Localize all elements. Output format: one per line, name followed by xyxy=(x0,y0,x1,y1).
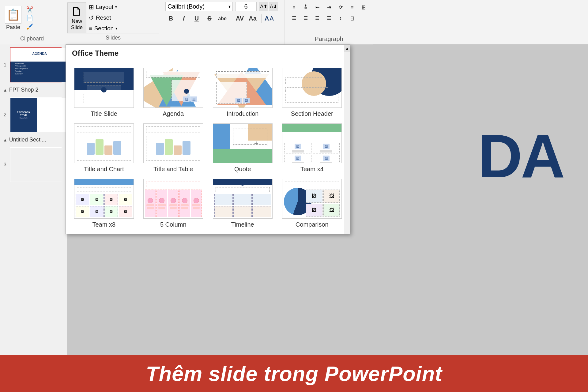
layout-name-0: Title Slide xyxy=(91,110,117,117)
decrease-font-button[interactable]: A⬇ xyxy=(269,2,278,11)
slide-thumbnail-2[interactable]: 2 PRESENTATITLE Miyua Yallu xyxy=(10,97,62,132)
clipboard-label: Clipboard xyxy=(2,34,62,42)
align-right-button[interactable]: ☰ xyxy=(312,14,322,23)
italic-button[interactable]: I xyxy=(178,13,189,24)
change-case-button[interactable]: Aa xyxy=(247,13,258,24)
layout-item-comparison[interactable]: 🖼 🖼 🖼 🖼 Comparison xyxy=(279,177,345,230)
layout-item-team-x4[interactable]: 🖼 🖼 🖼 🖼 xyxy=(279,122,345,174)
paste-button[interactable]: 📋 Paste xyxy=(2,5,24,32)
layout-item-5-column[interactable]: 5 Column xyxy=(140,177,207,230)
line-spacing-button[interactable]: ↕ xyxy=(336,14,345,23)
layout-name-10: Timeline xyxy=(231,221,254,228)
copy-button[interactable]: 📄 xyxy=(26,15,33,21)
layout-name-8: Team x8 xyxy=(92,221,115,228)
scroll-up-button[interactable]: ▲ xyxy=(344,45,350,52)
section-arrow-icon: ▲ xyxy=(3,88,7,92)
layout-item-agenda[interactable]: 🖼 🖼 Agenda xyxy=(140,66,207,119)
section-header-fpt[interactable]: ▲ FPT Shop 2 xyxy=(0,84,67,96)
banner-text: Thêm slide trong PowerPoint xyxy=(146,362,442,386)
layout-name-11: Comparison xyxy=(296,221,329,228)
font-color-area: A A xyxy=(265,15,274,22)
layout-panel: Office Theme ▲ Title Slide xyxy=(66,44,350,234)
layout-name-5: Title and Table xyxy=(153,166,193,173)
slide-thumbnail-3[interactable]: 3 xyxy=(10,147,62,182)
cut-button[interactable]: ✂️ xyxy=(26,6,33,13)
bullets-button[interactable]: ≡ xyxy=(289,3,299,12)
font-section: Calibri (Body) ▾ 6 A⬆ A⬇ B I U S abe AV … xyxy=(162,0,285,44)
columns-button[interactable]: ⌸ xyxy=(347,14,357,23)
font-family-dropdown[interactable]: Calibri (Body) ▾ xyxy=(165,2,233,11)
slides-panel: 1 AGENDA Introduction Primary goals Area… xyxy=(0,44,67,355)
underline-button[interactable]: U xyxy=(191,13,202,24)
clipboard-section: 📋 Paste ✂️ 📄 🖌️ Clipboard xyxy=(0,0,64,44)
layout-item-title-chart[interactable]: Title and Chart xyxy=(71,122,137,174)
icon-img1: 🖼 xyxy=(183,96,190,102)
layout-item-section-header[interactable]: Section Header xyxy=(279,66,345,119)
text-direction-button[interactable]: ⟳ xyxy=(336,3,345,12)
section-header-untitled[interactable]: ▲ Untitled Secti... xyxy=(0,134,67,145)
smartart-button[interactable]: ⌹ xyxy=(359,3,369,12)
layout-name-3: Section Header xyxy=(291,110,333,117)
new-slide-label: New Slide xyxy=(71,18,83,31)
layout-name-7: Team x4 xyxy=(300,166,324,173)
layout-name-1: Agenda xyxy=(163,110,184,117)
slides-section: 🗋 New Slide ⊞ Layout ▾ ↺ Reset ≡ Section… xyxy=(64,0,162,44)
icon-img2: 🖼 xyxy=(190,96,197,102)
strikethrough-button[interactable]: S xyxy=(204,13,215,24)
increase-font-button[interactable]: A⬆ xyxy=(259,2,268,11)
layout-grid: Title Slide 🖼 🖼 xyxy=(66,62,350,234)
layout-item-quote[interactable]: + Quote xyxy=(209,122,276,174)
layout-item-introduction[interactable]: 🖼 🖼 Introduction xyxy=(209,66,276,119)
layout-button[interactable]: ⊞ Layout ▾ xyxy=(88,3,119,11)
align-center-button[interactable]: ☰ xyxy=(301,14,311,23)
section-name-fpt: FPT Shop 2 xyxy=(9,87,39,93)
align-left-button[interactable]: ☰ xyxy=(289,14,299,23)
section-arrow-untitled-icon: ▲ xyxy=(3,138,7,142)
layout-item-title-slide[interactable]: Title Slide xyxy=(71,66,137,119)
numbering-button[interactable]: ⁑ xyxy=(301,3,311,12)
paragraph-label: Paragraph xyxy=(288,34,370,43)
bold-button[interactable]: B xyxy=(165,13,176,24)
panel-scrollbar[interactable]: ▲ xyxy=(344,45,350,234)
char-spacing-button[interactable]: AV xyxy=(234,13,245,24)
decrease-indent-button[interactable]: ⇤ xyxy=(312,3,322,12)
align-text-button[interactable]: ≡ xyxy=(347,3,357,12)
layout-name-2: Introduction xyxy=(227,110,259,117)
abe-button[interactable]: abe xyxy=(217,13,228,24)
layout-item-team-x8[interactable]: 🖼 🖼 🖼 🖼 🖼 🖼 🖼 🖼 Team x8 xyxy=(71,177,137,230)
section-name-untitled: Untitled Secti... xyxy=(9,137,46,143)
layout-item-title-table[interactable]: Title and Table xyxy=(140,122,207,174)
reset-button[interactable]: ↺ Reset xyxy=(88,13,119,22)
new-slide-button[interactable]: 🗋 New Slide xyxy=(67,2,86,33)
ribbon: 📋 Paste ✂️ 📄 🖌️ Clipboard 🗋 xyxy=(0,0,588,44)
layout-panel-title: Office Theme xyxy=(66,45,350,62)
layout-item-timeline[interactable]: Timeline xyxy=(209,177,276,230)
font-size-input[interactable]: 6 xyxy=(235,2,257,11)
layout-name-4: Title and Chart xyxy=(84,166,124,173)
bottom-banner: Thêm slide trong PowerPoint xyxy=(0,355,588,392)
paragraph-section: ≡ ⁑ ⇤ ⇥ ⟳ ≡ ⌹ ☰ ☰ ☰ ☰ ↕ ⌸ Paragraph xyxy=(285,0,373,44)
slide-bg-text: DA xyxy=(478,121,564,191)
layout-name-9: 5 Column xyxy=(160,221,187,228)
slide-thumbnail-1[interactable]: 1 AGENDA Introduction Primary goals Area… xyxy=(10,47,62,82)
justify-button[interactable]: ☰ xyxy=(324,14,334,23)
format-painter-button[interactable]: 🖌️ xyxy=(26,23,33,30)
section-button[interactable]: ≡ Section ▾ xyxy=(88,24,119,32)
layout-name-6: Quote xyxy=(234,166,251,173)
paste-label: Paste xyxy=(6,24,20,31)
increase-indent-button[interactable]: ⇥ xyxy=(324,3,334,12)
